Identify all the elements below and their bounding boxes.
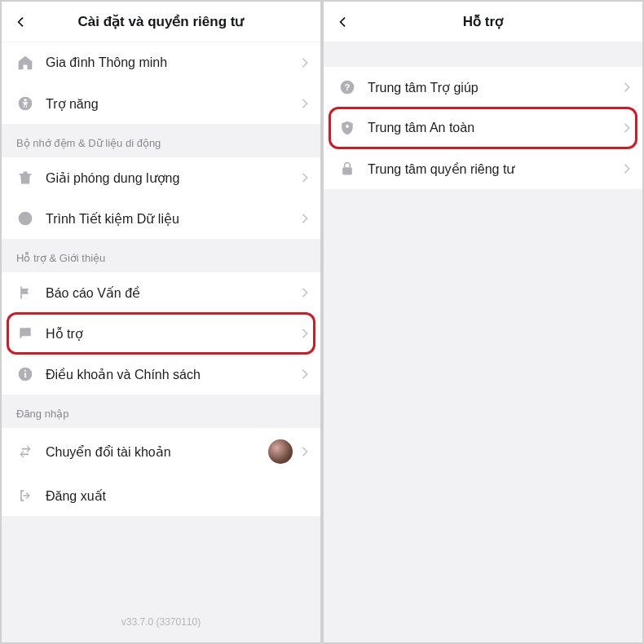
row-free-space[interactable]: Giải phóng dung lượng xyxy=(2,157,320,198)
group-login: Chuyển đổi tài khoản Đăng xuất xyxy=(2,428,320,516)
data-saver-icon xyxy=(16,210,34,227)
row-label: Trung tâm An toàn xyxy=(368,121,623,135)
flag-icon xyxy=(16,284,34,302)
row-label: Điều khoản và Chính sách xyxy=(46,367,301,382)
row-label: Gia đình Thông minh xyxy=(46,55,301,70)
section-header-cache: Bộ nhớ đệm & Dữ liệu di động xyxy=(2,124,320,157)
svg-rect-8 xyxy=(342,167,352,174)
shield-icon xyxy=(338,119,356,137)
chevron-left-icon xyxy=(337,15,350,29)
chevron-right-icon xyxy=(301,213,309,224)
chevron-right-icon xyxy=(301,287,309,298)
row-support[interactable]: Hỗ trợ xyxy=(2,313,320,354)
svg-point-1 xyxy=(24,99,26,101)
header-right: Hỗ trợ xyxy=(324,2,642,42)
avatar xyxy=(268,439,293,464)
row-label: Chuyển đổi tài khoản xyxy=(46,444,268,460)
row-label: Giải phóng dung lượng xyxy=(46,170,301,186)
row-family[interactable]: Gia đình Thông minh xyxy=(2,42,320,83)
support-panel: Hỗ trợ ? Trung tâm Trợ giúp Trung tâm An… xyxy=(324,2,642,642)
chevron-right-icon xyxy=(301,328,309,339)
section-header-support: Hỗ trợ & Giới thiệu xyxy=(2,239,320,272)
page-title-left: Cài đặt và quyền riêng tư xyxy=(2,13,320,30)
group-support-items: ? Trung tâm Trợ giúp Trung tâm An toàn T… xyxy=(324,67,642,189)
row-label: Báo cáo Vấn đề xyxy=(46,285,301,301)
chevron-right-icon xyxy=(623,122,631,134)
chevron-right-icon xyxy=(623,82,631,93)
logout-icon xyxy=(16,487,34,505)
chevron-right-icon xyxy=(301,446,309,457)
row-accessibility[interactable]: Trợ năng xyxy=(2,83,320,124)
group-cache: Giải phóng dung lượng Trình Tiết kiệm Dữ… xyxy=(2,157,320,239)
group-family: Gia đình Thông minh Trợ năng xyxy=(2,42,320,124)
spacer xyxy=(324,42,642,67)
lock-icon xyxy=(338,160,356,178)
chevron-right-icon xyxy=(301,98,309,109)
row-data-saver[interactable]: Trình Tiết kiệm Dữ liệu xyxy=(2,198,320,239)
row-label: Trợ năng xyxy=(46,96,301,112)
chevron-right-icon xyxy=(301,57,309,68)
chevron-right-icon xyxy=(301,172,309,183)
page-title-right: Hỗ trợ xyxy=(324,13,642,30)
row-switch-account[interactable]: Chuyển đổi tài khoản xyxy=(2,428,320,475)
row-label: Hỗ trợ xyxy=(46,326,301,342)
info-icon xyxy=(16,365,34,383)
row-safety-center[interactable]: Trung tâm An toàn xyxy=(324,108,642,148)
svg-point-2 xyxy=(19,212,33,226)
row-report[interactable]: Báo cáo Vấn đề xyxy=(2,272,320,313)
svg-point-5 xyxy=(24,370,26,372)
row-label: Đăng xuất xyxy=(46,488,309,504)
back-button[interactable] xyxy=(333,12,353,32)
row-privacy-center[interactable]: Trung tâm quyền riêng tư xyxy=(324,148,642,189)
row-label: Trung tâm quyền riêng tư xyxy=(368,161,623,177)
settings-panel: Cài đặt và quyền riêng tư Gia đình Thông… xyxy=(2,2,320,642)
svg-text:?: ? xyxy=(345,82,351,92)
row-label: Trung tâm Trợ giúp xyxy=(368,80,623,95)
help-icon: ? xyxy=(338,78,356,96)
back-button[interactable] xyxy=(11,12,31,32)
row-logout[interactable]: Đăng xuất xyxy=(2,475,320,516)
chat-icon xyxy=(16,324,34,342)
header-left: Cài đặt và quyền riêng tư xyxy=(2,2,320,42)
chevron-left-icon xyxy=(15,15,28,29)
svg-rect-4 xyxy=(24,373,26,377)
row-label: Trình Tiết kiệm Dữ liệu xyxy=(46,211,301,227)
chevron-right-icon xyxy=(623,163,631,174)
row-terms[interactable]: Điều khoản và Chính sách xyxy=(2,354,320,395)
chevron-right-icon xyxy=(301,368,309,380)
group-support: Báo cáo Vấn đề Hỗ trợ Điều khoản và Chín… xyxy=(2,272,320,395)
accessibility-icon xyxy=(16,95,34,112)
trash-icon xyxy=(16,169,34,187)
section-header-login: Đăng nhập xyxy=(2,395,320,428)
switch-icon xyxy=(16,443,34,461)
row-help-center[interactable]: ? Trung tâm Trợ giúp xyxy=(324,67,642,108)
version-text: v33.7.0 (3370110) xyxy=(2,592,320,642)
home-icon xyxy=(16,54,34,72)
